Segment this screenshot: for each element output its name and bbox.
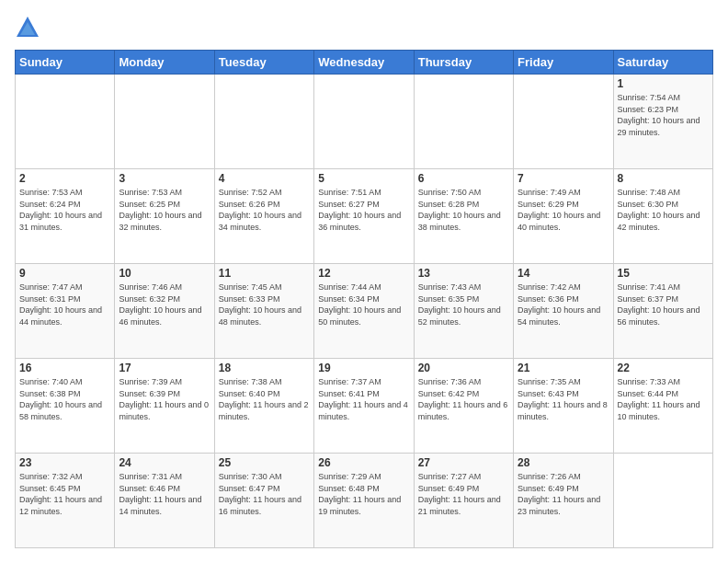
day-number: 18 (219, 362, 310, 374)
day-cell: 1Sunrise: 7:54 AM Sunset: 6:23 PM Daylig… (613, 75, 712, 169)
day-number: 22 (618, 362, 709, 374)
day-cell: 11Sunrise: 7:45 AM Sunset: 6:33 PM Dayli… (214, 264, 313, 359)
day-cell: 28Sunrise: 7:26 AM Sunset: 6:49 PM Dayli… (514, 454, 613, 548)
day-cell: 24Sunrise: 7:31 AM Sunset: 6:46 PM Dayli… (115, 454, 214, 548)
logo (15, 15, 42, 40)
day-number: 15 (618, 267, 709, 280)
calendar-table: SundayMondayTuesdayWednesdayThursdayFrid… (15, 50, 713, 548)
day-info: Sunrise: 7:43 AM Sunset: 6:35 PM Dayligh… (418, 282, 509, 327)
day-number: 5 (318, 172, 409, 185)
day-number: 4 (219, 172, 310, 185)
day-number: 17 (119, 362, 210, 374)
day-info: Sunrise: 7:36 AM Sunset: 6:42 PM Dayligh… (418, 376, 509, 422)
day-info: Sunrise: 7:30 AM Sunset: 6:47 PM Dayligh… (219, 471, 310, 517)
day-cell (115, 75, 214, 169)
day-number: 14 (518, 267, 609, 280)
day-cell: 15Sunrise: 7:41 AM Sunset: 6:37 PM Dayli… (613, 264, 712, 359)
day-cell (16, 75, 115, 169)
header (15, 15, 713, 40)
day-number: 11 (219, 267, 310, 280)
day-info: Sunrise: 7:32 AM Sunset: 6:45 PM Dayligh… (19, 471, 110, 517)
day-number: 3 (119, 172, 210, 185)
day-number: 26 (318, 456, 409, 469)
weekday-header-thursday: Thursday (414, 51, 513, 75)
day-info: Sunrise: 7:52 AM Sunset: 6:26 PM Dayligh… (219, 187, 310, 233)
day-cell (314, 75, 414, 169)
day-info: Sunrise: 7:47 AM Sunset: 6:31 PM Dayligh… (19, 282, 110, 327)
day-cell: 5Sunrise: 7:51 AM Sunset: 6:27 PM Daylig… (314, 169, 414, 264)
day-cell: 6Sunrise: 7:50 AM Sunset: 6:28 PM Daylig… (414, 169, 513, 264)
day-info: Sunrise: 7:44 AM Sunset: 6:34 PM Dayligh… (318, 282, 409, 327)
day-cell (613, 454, 712, 548)
day-info: Sunrise: 7:50 AM Sunset: 6:28 PM Dayligh… (418, 187, 509, 233)
day-info: Sunrise: 7:54 AM Sunset: 6:23 PM Dayligh… (618, 92, 709, 138)
day-cell: 9Sunrise: 7:47 AM Sunset: 6:31 PM Daylig… (16, 264, 115, 359)
day-info: Sunrise: 7:38 AM Sunset: 6:40 PM Dayligh… (219, 376, 310, 422)
day-info: Sunrise: 7:51 AM Sunset: 6:27 PM Dayligh… (318, 187, 409, 233)
day-number: 25 (219, 456, 310, 469)
day-cell (414, 75, 513, 169)
day-cell: 8Sunrise: 7:48 AM Sunset: 6:30 PM Daylig… (613, 169, 712, 264)
day-info: Sunrise: 7:40 AM Sunset: 6:38 PM Dayligh… (19, 376, 110, 422)
day-cell: 12Sunrise: 7:44 AM Sunset: 6:34 PM Dayli… (314, 264, 414, 359)
day-cell: 14Sunrise: 7:42 AM Sunset: 6:36 PM Dayli… (514, 264, 613, 359)
day-cell: 4Sunrise: 7:52 AM Sunset: 6:26 PM Daylig… (214, 169, 313, 264)
day-cell: 16Sunrise: 7:40 AM Sunset: 6:38 PM Dayli… (16, 359, 115, 454)
day-cell: 25Sunrise: 7:30 AM Sunset: 6:47 PM Dayli… (214, 454, 313, 548)
week-row-1: 1Sunrise: 7:54 AM Sunset: 6:23 PM Daylig… (16, 75, 713, 169)
day-info: Sunrise: 7:35 AM Sunset: 6:43 PM Dayligh… (518, 376, 609, 422)
day-info: Sunrise: 7:27 AM Sunset: 6:49 PM Dayligh… (418, 471, 509, 517)
day-cell: 10Sunrise: 7:46 AM Sunset: 6:32 PM Dayli… (115, 264, 214, 359)
week-row-3: 9Sunrise: 7:47 AM Sunset: 6:31 PM Daylig… (16, 264, 713, 359)
day-info: Sunrise: 7:31 AM Sunset: 6:46 PM Dayligh… (119, 471, 210, 517)
day-cell: 21Sunrise: 7:35 AM Sunset: 6:43 PM Dayli… (514, 359, 613, 454)
weekday-header-sunday: Sunday (16, 51, 115, 75)
weekday-header-row: SundayMondayTuesdayWednesdayThursdayFrid… (16, 51, 713, 75)
day-cell: 22Sunrise: 7:33 AM Sunset: 6:44 PM Dayli… (613, 359, 712, 454)
day-number: 19 (318, 362, 409, 374)
day-number: 24 (119, 456, 210, 469)
day-cell: 23Sunrise: 7:32 AM Sunset: 6:45 PM Dayli… (16, 454, 115, 548)
day-number: 9 (19, 267, 110, 280)
day-number: 6 (418, 172, 509, 185)
logo-icon (15, 15, 40, 40)
day-info: Sunrise: 7:42 AM Sunset: 6:36 PM Dayligh… (518, 282, 609, 327)
day-info: Sunrise: 7:33 AM Sunset: 6:44 PM Dayligh… (618, 376, 709, 422)
weekday-header-monday: Monday (115, 51, 214, 75)
day-cell: 17Sunrise: 7:39 AM Sunset: 6:39 PM Dayli… (115, 359, 214, 454)
day-info: Sunrise: 7:45 AM Sunset: 6:33 PM Dayligh… (219, 282, 310, 327)
day-number: 10 (119, 267, 210, 280)
week-row-5: 23Sunrise: 7:32 AM Sunset: 6:45 PM Dayli… (16, 454, 713, 548)
day-cell: 7Sunrise: 7:49 AM Sunset: 6:29 PM Daylig… (514, 169, 613, 264)
day-info: Sunrise: 7:41 AM Sunset: 6:37 PM Dayligh… (618, 282, 709, 327)
day-cell: 27Sunrise: 7:27 AM Sunset: 6:49 PM Dayli… (414, 454, 513, 548)
day-info: Sunrise: 7:53 AM Sunset: 6:25 PM Dayligh… (119, 187, 210, 233)
day-cell (514, 75, 613, 169)
day-number: 7 (518, 172, 609, 185)
day-cell: 20Sunrise: 7:36 AM Sunset: 6:42 PM Dayli… (414, 359, 513, 454)
week-row-4: 16Sunrise: 7:40 AM Sunset: 6:38 PM Dayli… (16, 359, 713, 454)
day-info: Sunrise: 7:39 AM Sunset: 6:39 PM Dayligh… (119, 376, 210, 422)
day-number: 20 (418, 362, 509, 374)
week-row-2: 2Sunrise: 7:53 AM Sunset: 6:24 PM Daylig… (16, 169, 713, 264)
day-number: 2 (19, 172, 110, 185)
day-info: Sunrise: 7:37 AM Sunset: 6:41 PM Dayligh… (318, 376, 409, 422)
page: SundayMondayTuesdayWednesdayThursdayFrid… (0, 0, 728, 563)
day-number: 23 (19, 456, 110, 469)
day-number: 16 (19, 362, 110, 374)
day-cell: 13Sunrise: 7:43 AM Sunset: 6:35 PM Dayli… (414, 264, 513, 359)
weekday-header-saturday: Saturday (613, 51, 712, 75)
day-number: 8 (618, 172, 709, 185)
day-info: Sunrise: 7:49 AM Sunset: 6:29 PM Dayligh… (518, 187, 609, 233)
day-info: Sunrise: 7:48 AM Sunset: 6:30 PM Dayligh… (618, 187, 709, 233)
day-cell: 19Sunrise: 7:37 AM Sunset: 6:41 PM Dayli… (314, 359, 414, 454)
day-number: 27 (418, 456, 509, 469)
weekday-header-wednesday: Wednesday (314, 51, 414, 75)
day-number: 13 (418, 267, 509, 280)
day-number: 1 (618, 77, 709, 90)
day-cell: 3Sunrise: 7:53 AM Sunset: 6:25 PM Daylig… (115, 169, 214, 264)
weekday-header-tuesday: Tuesday (214, 51, 313, 75)
day-info: Sunrise: 7:46 AM Sunset: 6:32 PM Dayligh… (119, 282, 210, 327)
day-cell: 26Sunrise: 7:29 AM Sunset: 6:48 PM Dayli… (314, 454, 414, 548)
day-number: 21 (518, 362, 609, 374)
